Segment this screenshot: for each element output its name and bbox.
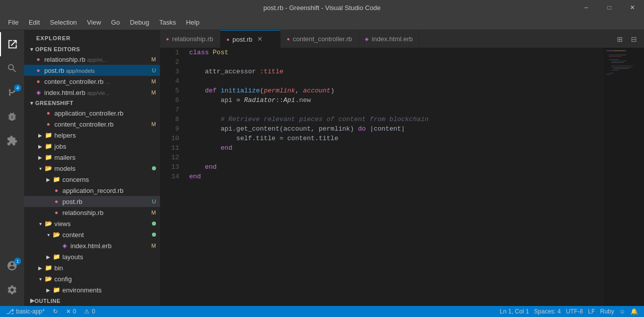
tab-label: post.rb — [232, 36, 253, 43]
project-label[interactable]: ▾ GREENSHIFT — [24, 98, 160, 108]
menu-tasks[interactable]: Tasks — [155, 17, 180, 28]
status-sync[interactable]: ↻ — [51, 306, 60, 317]
tab-content-controller[interactable]: ● content_controller.rb — [281, 30, 359, 48]
svg-rect-2 — [614, 50, 624, 51]
menu-help[interactable]: Help — [182, 17, 204, 28]
tree-environments[interactable]: ▶ 📁 environments — [24, 284, 160, 295]
menu-file[interactable]: File — [4, 17, 23, 28]
tree-content-controller[interactable]: ● content_controller.rb M — [24, 119, 160, 130]
svg-rect-3 — [609, 55, 626, 55]
tab-label: relationship.rb — [172, 35, 213, 43]
svg-rect-12 — [609, 73, 614, 73]
code-line-13: end — [189, 162, 604, 172]
erb-icon: ◈ — [60, 242, 68, 250]
status-bell[interactable]: 🔔 — [628, 306, 640, 317]
tree-post[interactable]: ● post.rb U — [24, 196, 160, 207]
folder-open-icon: 📂 — [44, 220, 52, 228]
svg-rect-8 — [611, 65, 634, 66]
menu-edit[interactable]: Edit — [25, 17, 44, 28]
tree-bin[interactable]: ▶ 📁 bin — [24, 262, 160, 273]
tree-concerns[interactable]: ▶ 📁 concerns — [24, 174, 160, 185]
open-editor-content-controller[interactable]: ● content_controller.rb ... M — [24, 76, 160, 87]
tab-index-html-erb[interactable]: ◈ index.html.erb — [359, 30, 420, 48]
status-eol[interactable]: LF — [586, 306, 597, 317]
open-editor-relationship[interactable]: ● relationship.rb app/m... M — [24, 54, 160, 65]
tabs-bar: ● relationship.rb ● post.rb × ● content_… — [160, 30, 644, 48]
status-right: Ln 1, Col 1 Spaces: 4 UTF-8 LF Ruby ☺ 🔔 — [498, 306, 640, 317]
open-editor-index[interactable]: ◈ index.html.erb app/vie... M — [24, 87, 160, 98]
status-position[interactable]: Ln 1, Col 1 — [498, 306, 531, 317]
status-errors[interactable]: ✕ 0 — [64, 306, 78, 317]
tree-views[interactable]: ▾ 📂 views — [24, 218, 160, 229]
menu-bar: File Edit Selection View Go Debug Tasks … — [0, 15, 644, 30]
menu-debug[interactable]: Debug — [126, 17, 153, 28]
folder-icon: 📁 — [44, 131, 52, 139]
layout-button[interactable]: ⊟ — [628, 33, 640, 45]
sidebar-title: EXPLORER — [24, 30, 160, 44]
status-spaces[interactable]: Spaces: 4 — [532, 306, 562, 317]
menu-view[interactable]: View — [83, 17, 105, 28]
folder-icon: 📁 — [52, 253, 60, 261]
tree-mailers[interactable]: ▶ 📁 mailers — [24, 152, 160, 163]
window-controls: – □ ✕ — [575, 0, 644, 15]
tree-models[interactable]: ▾ 📂 models — [24, 163, 160, 174]
open-editor-post[interactable]: ● post.rb app/models U — [24, 65, 160, 76]
folder-icon: 📁 — [44, 153, 52, 161]
rb-file-icon: ● — [34, 55, 42, 63]
tab-close-button[interactable]: × — [258, 35, 262, 44]
outline-arrow: ▶ — [30, 297, 35, 304]
activity-extensions[interactable] — [0, 129, 24, 153]
svg-rect-7 — [611, 62, 624, 63]
tab-relationship[interactable]: ● relationship.rb — [160, 30, 220, 48]
code-line-1: class Post — [189, 48, 604, 57]
smiley-icon: ☺ — [619, 308, 625, 315]
status-warnings[interactable]: ⚠ 0 — [82, 306, 97, 317]
tree-content-folder[interactable]: ▾ 📂 content — [24, 229, 160, 240]
error-count: 0 — [73, 308, 76, 315]
minimize-button[interactable]: – — [575, 0, 598, 15]
code-line-10: self.title = content.title — [189, 134, 604, 143]
folder-open-icon: 📂 — [52, 231, 60, 239]
status-language[interactable]: Ruby — [598, 306, 616, 317]
rb-file-icon: ● — [34, 66, 42, 74]
svg-rect-9 — [611, 67, 631, 67]
maximize-button[interactable]: □ — [598, 0, 621, 15]
folder-icon: 📁 — [52, 286, 60, 294]
svg-rect-6 — [611, 61, 626, 61]
status-smiley[interactable]: ☺ — [617, 306, 627, 317]
svg-rect-11 — [611, 70, 619, 70]
window-title: post.rb - Greenshift - Visual Studio Cod… — [263, 4, 380, 12]
menu-selection[interactable]: Selection — [46, 17, 80, 28]
tab-post[interactable]: ● post.rb × — [220, 30, 281, 48]
activity-accounts[interactable]: 1 — [0, 254, 24, 278]
split-editor-button[interactable]: ⊞ — [614, 33, 626, 45]
tree-relationship[interactable]: ● relationship.rb M — [24, 207, 160, 218]
status-encoding[interactable]: UTF-8 — [564, 306, 585, 317]
menu-go[interactable]: Go — [107, 17, 124, 28]
folder-open-icon: 📂 — [44, 275, 52, 283]
activity-source-control[interactable]: 4 — [0, 80, 24, 104]
status-branch[interactable]: ⎇ basic-app* — [4, 306, 47, 317]
tree-config[interactable]: ▾ 📂 config — [24, 273, 160, 284]
activity-search[interactable] — [0, 56, 24, 80]
tab-rb-icon: ● — [287, 36, 290, 42]
tree-application-record[interactable]: ● application_record.rb — [24, 185, 160, 196]
outline-label[interactable]: ▶ OUTLINE — [24, 295, 160, 305]
tree-helpers[interactable]: ▶ 📁 helpers — [24, 130, 160, 141]
main-layout: 4 1 EXPLORER ▾ OPEN EDITORS — [0, 30, 644, 306]
branch-name: basic-app* — [16, 308, 45, 315]
close-button[interactable]: ✕ — [621, 0, 644, 15]
tree-index-html-erb[interactable]: ◈ index.html.erb M — [24, 240, 160, 251]
tab-label: content_controller.rb — [293, 35, 352, 43]
line-numbers: 1 2 3 4 5 6 7 8 9 10 11 12 13 14 — [160, 48, 185, 306]
tree-jobs[interactable]: ▶ 📁 jobs — [24, 141, 160, 152]
folder-icon: 📁 — [44, 264, 52, 272]
activity-settings[interactable] — [0, 278, 24, 302]
activity-explorer[interactable] — [0, 32, 24, 56]
open-editors-label[interactable]: ▾ OPEN EDITORS — [24, 44, 160, 54]
tree-layouts[interactable]: ▶ 📁 layouts — [24, 251, 160, 262]
code-editor[interactable]: class Post attr_accessor :title def init… — [185, 48, 604, 306]
tree-application-controller[interactable]: ● application_controller.rb — [24, 108, 160, 119]
tab-actions: ⊞ ⊟ — [610, 30, 644, 48]
activity-debug[interactable] — [0, 104, 24, 129]
